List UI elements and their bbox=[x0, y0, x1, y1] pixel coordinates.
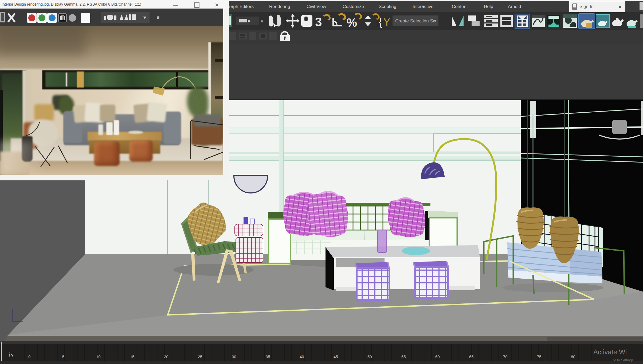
svg-text:Create Selection Se: Create Selection Se bbox=[395, 18, 436, 23]
svg-text:%: % bbox=[347, 16, 357, 29]
svg-text:3: 3 bbox=[315, 15, 322, 29]
svg-text:Y: Y bbox=[383, 17, 390, 28]
svg-text:{: { bbox=[379, 16, 382, 28]
